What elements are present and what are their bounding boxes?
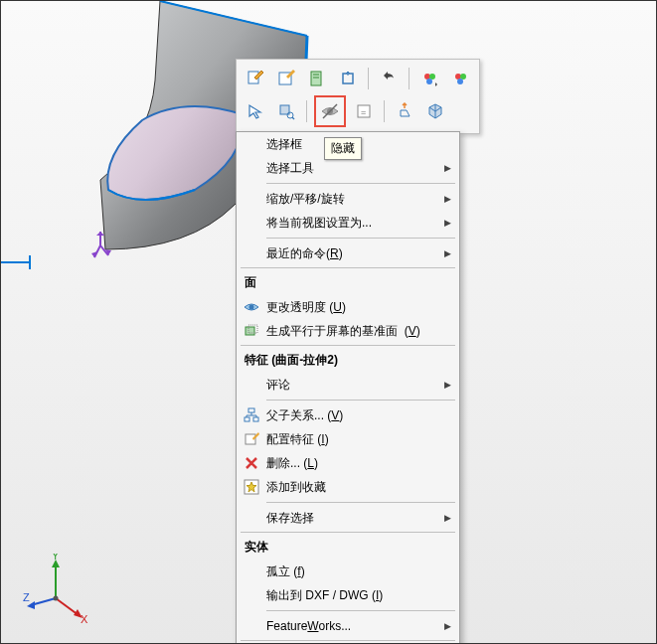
blank-icon xyxy=(241,507,262,529)
blank-icon xyxy=(241,212,262,234)
menu-label: FeatureWorks... xyxy=(266,619,444,633)
submenu-arrow-icon: ▶ xyxy=(444,621,451,631)
menu-section-body: 实体 xyxy=(237,535,459,560)
undo-icon[interactable] xyxy=(376,66,402,91)
blank-icon xyxy=(241,133,262,155)
svg-text:=: = xyxy=(361,107,366,117)
menu-change-transparency[interactable]: 更改透明度 (U) xyxy=(237,295,459,319)
svg-line-6 xyxy=(56,598,79,615)
blank-icon xyxy=(241,188,262,210)
menu-comment[interactable]: 评论 ▶ xyxy=(237,373,459,397)
svg-rect-37 xyxy=(245,417,249,421)
appearance2-icon[interactable] xyxy=(447,66,473,91)
menu-separator xyxy=(266,183,455,184)
toolbar-separator xyxy=(409,68,410,89)
submenu-arrow-icon: ▶ xyxy=(444,194,451,204)
blank-icon xyxy=(241,561,262,582)
menu-label: 缩放/平移/旋转 xyxy=(266,191,444,208)
menu-separator xyxy=(266,502,455,503)
menu-label: 将当前视图设置为... xyxy=(266,215,444,232)
submenu-arrow-icon: ▶ xyxy=(444,380,451,390)
menu-configure-feature[interactable]: 配置特征 (I) xyxy=(237,427,459,451)
blank-icon xyxy=(241,615,262,637)
centerline xyxy=(1,261,31,263)
plane-icon xyxy=(241,320,262,342)
blank-icon xyxy=(241,374,262,396)
hide-icon[interactable] xyxy=(314,95,346,127)
svg-line-28 xyxy=(292,117,294,119)
submenu-arrow-icon: ▶ xyxy=(444,513,451,523)
menu-separator xyxy=(241,532,455,533)
svg-rect-15 xyxy=(311,72,321,85)
menu-section-face: 面 xyxy=(237,270,459,295)
menu-separator xyxy=(266,400,455,401)
svg-marker-22 xyxy=(435,82,437,86)
menu-label: 保存选择 xyxy=(266,510,444,527)
menu-label: 最近的命令(R) xyxy=(266,245,444,262)
context-menu: 选择框 选择工具 ▶ 缩放/平移/旋转 ▶ 将当前视图设置为... ▶ 最近的命… xyxy=(236,131,460,644)
menu-featureworks[interactable]: FeatureWorks... ▶ xyxy=(237,614,459,638)
svg-rect-38 xyxy=(253,417,258,421)
svg-point-33 xyxy=(249,305,254,310)
centerline-tick xyxy=(29,255,31,269)
menu-separator xyxy=(241,345,455,346)
properties-icon[interactable] xyxy=(304,66,330,91)
menu-label: 输出到 DXF / DWG (I) xyxy=(266,587,451,604)
config-icon xyxy=(241,428,262,450)
coordinate-triad: Y X Z xyxy=(21,554,90,623)
star-icon xyxy=(241,476,262,498)
toolbar-separator xyxy=(384,100,385,122)
menu-create-parallel-plane[interactable]: 生成平行于屏幕的基准面 (V) xyxy=(237,319,459,343)
tree-icon xyxy=(241,404,262,426)
svg-text:X: X xyxy=(81,613,88,623)
toolbar-separator xyxy=(306,100,307,122)
menu-label: 更改透明度 (U) xyxy=(266,299,451,316)
menu-label: 孤立 (f) xyxy=(266,564,451,580)
menu-separator xyxy=(266,238,455,239)
display-state-icon[interactable]: = xyxy=(351,98,377,124)
svg-point-24 xyxy=(460,74,466,80)
zoom-selection-icon[interactable] xyxy=(273,98,299,124)
menu-add-favorite[interactable]: 添加到收藏 xyxy=(237,475,459,499)
menu-section-feature: 特征 (曲面-拉伸2) xyxy=(237,348,459,373)
svg-point-12 xyxy=(54,596,59,601)
menu-export-dxf[interactable]: 输出到 DXF / DWG (I) xyxy=(237,583,459,607)
normal-to-icon[interactable] xyxy=(392,98,417,124)
svg-marker-2 xyxy=(96,232,104,236)
appearance-icon[interactable] xyxy=(416,66,442,91)
select-other-icon[interactable] xyxy=(243,98,268,124)
svg-point-25 xyxy=(457,79,463,84)
tooltip: 隐藏 xyxy=(324,137,362,160)
menu-separator xyxy=(241,267,455,268)
eye-icon xyxy=(241,296,262,318)
menu-set-current-view[interactable]: 将当前视图设置为... ▶ xyxy=(237,211,459,235)
menu-label: 删除... (L) xyxy=(266,455,451,472)
svg-rect-36 xyxy=(248,408,254,412)
svg-text:Y: Y xyxy=(52,554,60,562)
menu-label: 父子关系... (V) xyxy=(266,407,451,424)
svg-text:Z: Z xyxy=(23,591,30,603)
menu-label: 生成平行于屏幕的基准面 (V) xyxy=(266,323,451,340)
menu-separator xyxy=(266,610,455,611)
menu-recent-commands[interactable]: 最近的命令(R) ▶ xyxy=(237,242,459,265)
menu-parent-child[interactable]: 父子关系... (V) xyxy=(237,403,459,427)
menu-save-selection[interactable]: 保存选择 ▶ xyxy=(237,506,459,530)
edit-sketch-icon[interactable] xyxy=(273,66,299,91)
delete-icon xyxy=(241,452,262,474)
menu-zoom-pan-rotate[interactable]: 缩放/平移/旋转 ▶ xyxy=(237,187,459,211)
svg-point-20 xyxy=(429,74,435,80)
blank-icon xyxy=(241,242,262,264)
edit-feature-icon[interactable] xyxy=(243,66,268,91)
svg-point-21 xyxy=(426,79,432,84)
submenu-arrow-icon: ▶ xyxy=(444,218,451,228)
menu-label: 添加到收藏 xyxy=(266,479,451,496)
svg-rect-34 xyxy=(246,327,254,335)
toolbar-separator xyxy=(368,68,369,89)
suppress-icon[interactable] xyxy=(335,66,361,91)
isometric-icon[interactable] xyxy=(422,98,448,124)
submenu-arrow-icon: ▶ xyxy=(444,248,451,258)
menu-isolate[interactable]: 孤立 (f) xyxy=(237,560,459,583)
blank-icon xyxy=(241,584,262,606)
menu-delete[interactable]: 删除... (L) xyxy=(237,451,459,475)
menu-separator xyxy=(241,640,455,641)
